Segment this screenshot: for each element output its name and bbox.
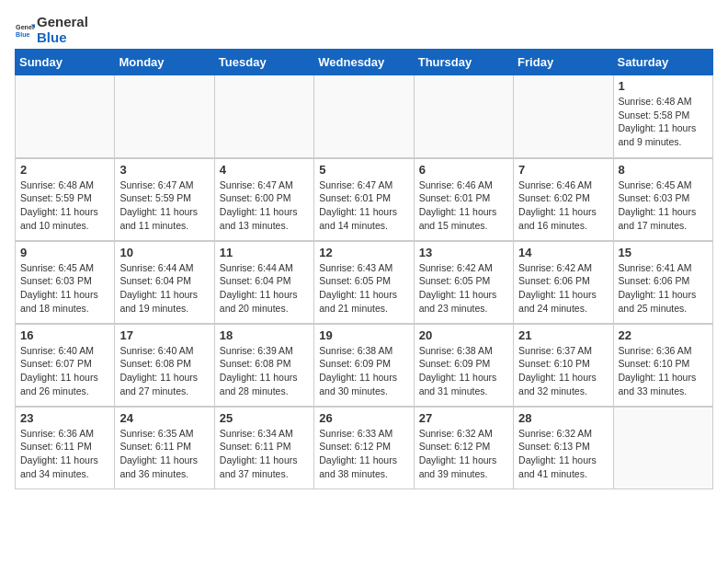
day-info: Sunrise: 6:37 AM Sunset: 6:10 PM Dayligh… — [518, 344, 608, 398]
day-info: Sunrise: 6:33 AM Sunset: 6:12 PM Dayligh… — [319, 427, 408, 481]
day-cell: 24Sunrise: 6:35 AM Sunset: 6:11 PM Dayli… — [115, 407, 214, 489]
svg-text:Blue: Blue — [16, 30, 30, 38]
day-number: 16 — [20, 328, 109, 342]
day-cell: 26Sunrise: 6:33 AM Sunset: 6:12 PM Dayli… — [314, 407, 414, 489]
week-row-4: 16Sunrise: 6:40 AM Sunset: 6:07 PM Dayli… — [16, 324, 713, 407]
day-cell: 25Sunrise: 6:34 AM Sunset: 6:11 PM Dayli… — [214, 407, 313, 489]
day-cell: 27Sunrise: 6:32 AM Sunset: 6:12 PM Dayli… — [414, 407, 513, 489]
day-cell: 14Sunrise: 6:42 AM Sunset: 6:06 PM Dayli… — [514, 241, 613, 324]
day-cell: 1Sunrise: 6:48 AM Sunset: 5:58 PM Daylig… — [613, 75, 712, 158]
day-cell: 3Sunrise: 6:47 AM Sunset: 5:59 PM Daylig… — [115, 158, 214, 241]
day-cell: 5Sunrise: 6:47 AM Sunset: 6:01 PM Daylig… — [314, 158, 414, 241]
day-cell — [613, 407, 712, 489]
day-number: 22 — [619, 328, 708, 342]
day-info: Sunrise: 6:39 AM Sunset: 6:08 PM Dayligh… — [220, 344, 309, 398]
day-cell: 28Sunrise: 6:32 AM Sunset: 6:13 PM Dayli… — [514, 407, 613, 489]
day-cell: 15Sunrise: 6:41 AM Sunset: 6:06 PM Dayli… — [613, 241, 712, 324]
week-row-3: 9Sunrise: 6:45 AM Sunset: 6:03 PM Daylig… — [16, 241, 713, 324]
day-number: 26 — [319, 411, 408, 425]
day-info: Sunrise: 6:38 AM Sunset: 6:09 PM Dayligh… — [419, 344, 508, 398]
day-number: 3 — [119, 163, 209, 177]
day-cell — [514, 75, 613, 158]
day-cell: 8Sunrise: 6:45 AM Sunset: 6:03 PM Daylig… — [613, 158, 712, 241]
day-info: Sunrise: 6:40 AM Sunset: 6:08 PM Dayligh… — [119, 344, 209, 398]
day-info: Sunrise: 6:42 AM Sunset: 6:06 PM Dayligh… — [518, 261, 608, 316]
day-info: Sunrise: 6:47 AM Sunset: 5:59 PM Dayligh… — [119, 178, 209, 233]
day-number: 23 — [20, 411, 109, 425]
day-number: 18 — [220, 328, 309, 342]
day-cell — [214, 75, 313, 158]
day-number: 21 — [518, 328, 608, 342]
day-number: 28 — [518, 411, 608, 425]
day-info: Sunrise: 6:43 AM Sunset: 6:05 PM Dayligh… — [319, 261, 408, 316]
logo-icon: General Blue — [15, 20, 35, 40]
day-info: Sunrise: 6:44 AM Sunset: 6:04 PM Dayligh… — [220, 261, 309, 316]
day-number: 20 — [419, 328, 508, 342]
day-cell: 9Sunrise: 6:45 AM Sunset: 6:03 PM Daylig… — [16, 241, 115, 324]
day-cell — [414, 75, 513, 158]
day-number: 19 — [319, 328, 408, 342]
logo: General Blue General Blue — [15, 15, 88, 45]
day-number: 25 — [220, 411, 309, 425]
day-cell: 21Sunrise: 6:37 AM Sunset: 6:10 PM Dayli… — [514, 324, 613, 407]
day-cell — [115, 75, 214, 158]
day-cell: 19Sunrise: 6:38 AM Sunset: 6:09 PM Dayli… — [314, 324, 414, 407]
day-cell: 13Sunrise: 6:42 AM Sunset: 6:05 PM Dayli… — [414, 241, 513, 324]
day-number: 8 — [619, 163, 708, 177]
day-cell: 11Sunrise: 6:44 AM Sunset: 6:04 PM Dayli… — [214, 241, 313, 324]
day-info: Sunrise: 6:38 AM Sunset: 6:09 PM Dayligh… — [319, 344, 408, 398]
day-info: Sunrise: 6:32 AM Sunset: 6:12 PM Dayligh… — [419, 427, 508, 481]
day-cell: 4Sunrise: 6:47 AM Sunset: 6:00 PM Daylig… — [214, 158, 313, 241]
day-cell: 12Sunrise: 6:43 AM Sunset: 6:05 PM Dayli… — [314, 241, 414, 324]
day-info: Sunrise: 6:41 AM Sunset: 6:06 PM Dayligh… — [619, 261, 708, 316]
calendar-header-row: SundayMondayTuesdayWednesdayThursdayFrid… — [16, 50, 713, 75]
day-cell: 22Sunrise: 6:36 AM Sunset: 6:10 PM Dayli… — [613, 324, 712, 407]
week-row-2: 2Sunrise: 6:48 AM Sunset: 5:59 PM Daylig… — [16, 158, 713, 241]
day-cell: 23Sunrise: 6:36 AM Sunset: 6:11 PM Dayli… — [16, 407, 115, 489]
day-info: Sunrise: 6:32 AM Sunset: 6:13 PM Dayligh… — [518, 427, 608, 481]
day-number: 9 — [20, 246, 109, 259]
day-number: 17 — [119, 328, 209, 342]
day-info: Sunrise: 6:36 AM Sunset: 6:11 PM Dayligh… — [20, 427, 109, 481]
day-number: 5 — [319, 163, 408, 177]
header-wednesday: Wednesday — [314, 50, 414, 75]
day-info: Sunrise: 6:47 AM Sunset: 6:00 PM Dayligh… — [220, 178, 309, 233]
day-info: Sunrise: 6:45 AM Sunset: 6:03 PM Dayligh… — [619, 178, 708, 233]
day-number: 27 — [419, 411, 508, 425]
day-cell: 20Sunrise: 6:38 AM Sunset: 6:09 PM Dayli… — [414, 324, 513, 407]
header-thursday: Thursday — [414, 50, 513, 75]
day-info: Sunrise: 6:44 AM Sunset: 6:04 PM Dayligh… — [119, 261, 209, 316]
day-cell — [314, 75, 414, 158]
week-row-5: 23Sunrise: 6:36 AM Sunset: 6:11 PM Dayli… — [16, 407, 713, 489]
header-monday: Monday — [115, 50, 214, 75]
day-number: 12 — [319, 246, 408, 259]
header-tuesday: Tuesday — [214, 50, 313, 75]
calendar: SundayMondayTuesdayWednesdayThursdayFrid… — [15, 49, 713, 489]
day-info: Sunrise: 6:47 AM Sunset: 6:01 PM Dayligh… — [319, 178, 408, 233]
day-cell: 16Sunrise: 6:40 AM Sunset: 6:07 PM Dayli… — [16, 324, 115, 407]
day-number: 10 — [119, 246, 209, 259]
day-number: 13 — [419, 246, 508, 259]
day-number: 1 — [619, 79, 708, 93]
week-row-1: 1Sunrise: 6:48 AM Sunset: 5:58 PM Daylig… — [16, 75, 713, 158]
day-info: Sunrise: 6:42 AM Sunset: 6:05 PM Dayligh… — [419, 261, 508, 316]
header-friday: Friday — [514, 50, 613, 75]
day-cell: 18Sunrise: 6:39 AM Sunset: 6:08 PM Dayli… — [214, 324, 313, 407]
day-info: Sunrise: 6:34 AM Sunset: 6:11 PM Dayligh… — [220, 427, 309, 481]
day-info: Sunrise: 6:36 AM Sunset: 6:10 PM Dayligh… — [619, 344, 708, 398]
day-number: 6 — [419, 163, 508, 177]
day-number: 11 — [220, 246, 309, 259]
day-cell: 17Sunrise: 6:40 AM Sunset: 6:08 PM Dayli… — [115, 324, 214, 407]
day-info: Sunrise: 6:40 AM Sunset: 6:07 PM Dayligh… — [20, 344, 109, 398]
day-info: Sunrise: 6:48 AM Sunset: 5:58 PM Dayligh… — [619, 95, 708, 149]
day-info: Sunrise: 6:45 AM Sunset: 6:03 PM Dayligh… — [20, 261, 109, 316]
day-info: Sunrise: 6:46 AM Sunset: 6:02 PM Dayligh… — [518, 178, 608, 233]
day-cell — [16, 75, 115, 158]
day-number: 4 — [220, 163, 309, 177]
header-saturday: Saturday — [613, 50, 712, 75]
day-cell: 10Sunrise: 6:44 AM Sunset: 6:04 PM Dayli… — [115, 241, 214, 324]
day-info: Sunrise: 6:46 AM Sunset: 6:01 PM Dayligh… — [419, 178, 508, 233]
day-info: Sunrise: 6:35 AM Sunset: 6:11 PM Dayligh… — [119, 427, 209, 481]
day-number: 14 — [518, 246, 608, 259]
day-cell: 7Sunrise: 6:46 AM Sunset: 6:02 PM Daylig… — [514, 158, 613, 241]
